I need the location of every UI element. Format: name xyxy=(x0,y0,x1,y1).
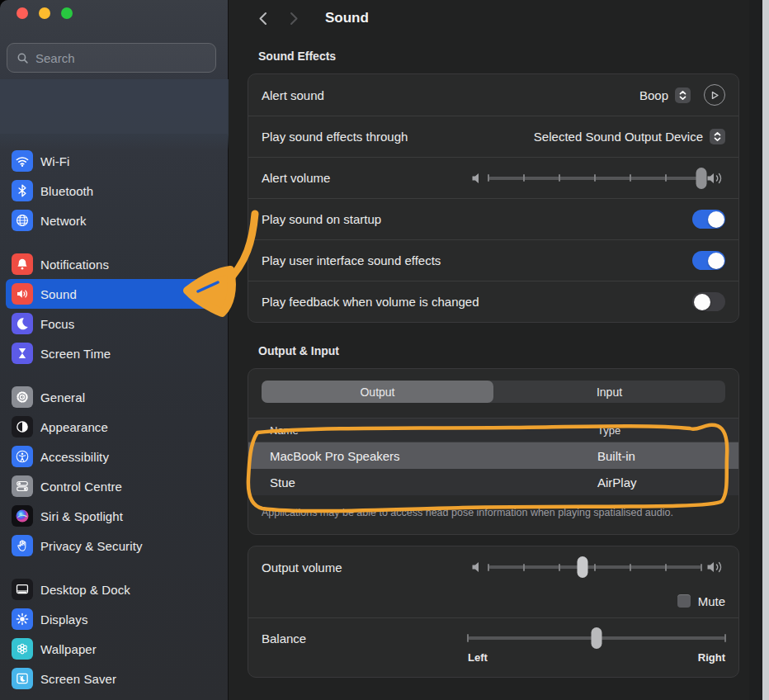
bluetooth-icon xyxy=(12,180,33,201)
toggle-knob xyxy=(708,253,724,269)
toggle-switch[interactable] xyxy=(692,251,725,270)
slider-tick xyxy=(701,564,702,571)
chevron-up-down-icon xyxy=(713,131,722,142)
device-table-body: MacBook Pro SpeakersBuilt-inStueAirPlay xyxy=(248,442,738,495)
network-icon xyxy=(12,210,33,231)
sidebar-item-label: Network xyxy=(40,214,87,228)
toggle-row-2: Play feedback when volume is changed xyxy=(248,281,738,322)
sidebar-item-siri-spotlight[interactable]: Siri & Spotlight xyxy=(6,501,223,531)
play-through-select[interactable]: Selected Sound Output Device xyxy=(534,130,703,144)
sidebar-item-bluetooth[interactable]: Bluetooth xyxy=(6,176,223,206)
sidebar-item-appearance[interactable]: Appearance xyxy=(6,412,223,442)
sidebar-item-label: Sound xyxy=(40,287,77,301)
balance-handle[interactable] xyxy=(592,627,602,649)
sidebar-item-label: Notifications xyxy=(40,258,109,272)
toggle-knob xyxy=(694,294,710,310)
search-input[interactable] xyxy=(35,51,201,65)
back-button[interactable] xyxy=(254,9,271,27)
slider-tick xyxy=(467,634,469,642)
close-button[interactable] xyxy=(17,7,28,19)
toggle-switch[interactable] xyxy=(692,210,725,229)
alert-volume-slider[interactable] xyxy=(488,167,701,190)
sidebar-item-label: Bluetooth xyxy=(40,184,93,198)
sidebar-item-displays[interactable]: Displays xyxy=(6,604,223,634)
chevron-right-icon xyxy=(289,12,300,26)
tab-output[interactable]: Output xyxy=(262,381,493,403)
control-centre-icon xyxy=(12,475,33,497)
zoom-button[interactable] xyxy=(61,7,73,19)
tab-input[interactable]: Input xyxy=(493,381,725,403)
appearance-icon xyxy=(12,416,33,438)
sidebar-item-wi-fi[interactable]: Wi-Fi xyxy=(6,146,223,176)
speaker-high-icon xyxy=(707,560,725,574)
user-account-placeholder[interactable] xyxy=(0,79,229,134)
table-row[interactable]: MacBook Pro SpeakersBuilt-in xyxy=(248,442,738,469)
balance-slider[interactable] xyxy=(468,627,725,650)
sidebar-item-screen-time[interactable]: Screen Time xyxy=(6,338,223,368)
sidebar-item-control-centre[interactable]: Control Centre xyxy=(6,471,223,501)
page-header: Sound xyxy=(248,0,739,28)
sidebar-item-accessibility[interactable]: Accessibility xyxy=(6,442,223,471)
output-volume-handle[interactable] xyxy=(577,556,587,578)
alert-sound-label: Alert sound xyxy=(262,88,324,102)
accessibility-icon xyxy=(12,446,33,467)
table-row[interactable]: StueAirPlay xyxy=(248,469,738,495)
alert-volume-handle[interactable] xyxy=(696,168,707,189)
play-through-label: Play sound effects through xyxy=(262,130,408,144)
toggle-row-0: Play sound on startup xyxy=(248,198,738,239)
toggle-row-1: Play user interface sound effects xyxy=(248,239,738,281)
sidebar-item-notifications[interactable]: Notifications xyxy=(6,249,223,279)
screen-time-icon xyxy=(12,343,33,364)
balance-label: Balance xyxy=(262,631,306,646)
desktop-dock-icon xyxy=(12,579,33,600)
slider-tick xyxy=(724,634,726,642)
sidebar-item-label: Screen Time xyxy=(40,347,111,361)
sidebar-item-label: Accessibility xyxy=(40,450,109,464)
sidebar-item-focus[interactable]: Focus xyxy=(6,309,223,338)
mute-label: Mute xyxy=(698,594,725,608)
sidebar-group-1: NotificationsSoundFocusScreen Time xyxy=(6,249,223,368)
alert-sound-select[interactable]: Boop xyxy=(639,88,668,102)
minimize-button[interactable] xyxy=(39,7,50,19)
output-volume-row: Output volume xyxy=(248,546,738,588)
search-field[interactable] xyxy=(7,43,216,73)
column-type: Type xyxy=(576,424,738,437)
mute-row: Mute xyxy=(248,588,738,617)
sound-pane: Sound Sound Effects Alert sound Boop xyxy=(229,0,762,700)
mute-checkbox[interactable] xyxy=(677,594,691,608)
sidebar-item-network[interactable]: Network xyxy=(6,206,223,235)
sidebar-item-general[interactable]: General xyxy=(6,382,223,412)
window-right-margin xyxy=(749,0,762,700)
wallpaper-icon xyxy=(12,638,33,660)
toggle-switch[interactable] xyxy=(692,292,725,311)
device-name: MacBook Pro Speakers xyxy=(248,449,576,463)
device-table: Name Type MacBook Pro SpeakersBuilt-inSt… xyxy=(248,418,738,495)
sidebar-item-privacy-security[interactable]: Privacy & Security xyxy=(6,531,223,560)
slider-tick xyxy=(594,174,596,182)
sidebar-item-label: Desktop & Dock xyxy=(40,583,130,597)
sound-icon xyxy=(12,283,33,305)
chevron-up-down-icon xyxy=(678,90,687,101)
alert-volume-row: Alert volume xyxy=(248,157,738,198)
sidebar-item-desktop-dock[interactable]: Desktop & Dock xyxy=(6,575,223,604)
sidebar-item-screen-saver[interactable]: Screen Saver xyxy=(6,664,223,693)
sidebar-item-wallpaper[interactable]: Wallpaper xyxy=(6,634,223,664)
device-table-header: Name Type xyxy=(248,418,738,442)
slider-tick xyxy=(559,564,560,571)
slider-tick xyxy=(559,174,560,182)
section-sound-effects: Sound Effects xyxy=(258,50,739,63)
play-icon xyxy=(710,91,719,100)
play-alert-sound-button[interactable] xyxy=(704,84,725,106)
general-icon xyxy=(12,386,33,408)
wifi-icon xyxy=(12,150,33,172)
toggle-label: Play feedback when volume is changed xyxy=(262,295,479,309)
sidebar-item-sound[interactable]: Sound xyxy=(6,279,223,309)
play-through-row: Play sound effects through Selected Soun… xyxy=(248,116,738,157)
slider-tick xyxy=(523,174,525,182)
search-icon xyxy=(16,51,30,65)
forward-button[interactable] xyxy=(285,9,302,27)
sidebar-item-label: Wi-Fi xyxy=(40,154,69,168)
play-through-stepper[interactable] xyxy=(710,129,725,144)
output-volume-slider[interactable] xyxy=(488,556,701,579)
alert-sound-stepper[interactable] xyxy=(675,88,691,103)
